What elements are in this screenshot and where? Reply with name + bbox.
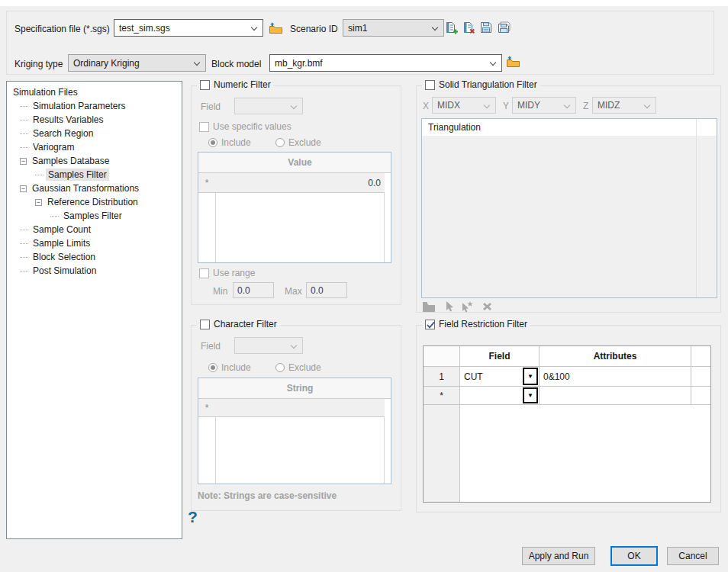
z-label: Z [583,101,588,111]
scenario-id-combo[interactable]: sim1 [343,19,444,37]
tree-item-samples-filter[interactable]: Samples Filter [7,168,182,182]
scenario-delete-button[interactable] [461,21,476,34]
kriging-type-value: Ordinary Kriging [73,58,140,69]
filler-cell [460,405,540,502]
use-range-checkbox [199,268,209,278]
tree-item-sample-count[interactable]: Sample Count [7,223,182,236]
character-filter-title: Character Filter [214,319,277,329]
character-include-radio-row: Include [208,362,251,373]
table-row: * 0.0 [198,173,385,193]
collapse-icon[interactable] [20,185,27,192]
table-header-row: String [198,378,391,399]
collapse-icon[interactable] [20,158,27,165]
triangulation-remove-button [479,300,494,313]
tree-connector [20,243,28,244]
tree-connector [35,175,43,175]
scenario-new-button[interactable] [443,21,459,34]
spec-file-combo[interactable]: test_sim.sgs [114,19,263,37]
numeric-include-radio-row: Include [208,137,251,148]
chevron-down-icon [291,342,297,349]
collapse-icon[interactable] [35,199,42,206]
tree-item-simulation-parameters[interactable]: Simulation Parameters [7,99,182,113]
filler-cell [691,405,710,502]
triangulation-browse-button [421,300,436,313]
row-number-header [424,346,460,366]
attributes-cell[interactable] [540,387,691,404]
min-label: Min [213,286,227,297]
cancel-button[interactable]: Cancel [667,547,719,565]
field-cell[interactable]: CUT ▼ [460,367,540,386]
filler-cell [691,387,710,404]
string-column-header: String [215,383,385,394]
scenario-save-as-button[interactable] [496,21,511,34]
list-column-divider [696,119,697,297]
chevron-down-icon [291,103,297,109]
save-as-icon [498,21,511,34]
tree-item-sample-limits[interactable]: Sample Limits [7,236,182,250]
tree-connector [20,257,28,258]
filler-cell [691,367,710,386]
ok-button[interactable]: OK [610,546,658,566]
help-button[interactable]: ? [188,508,198,526]
chevron-down-icon [251,24,257,31]
tree-item-simulation-files[interactable]: Simulation Files [7,85,182,99]
block-model-browse-button[interactable] [505,55,520,69]
chevron-down-icon [484,102,490,108]
header-group: Specification file (*.sgs) test_sim.sgs … [6,11,714,75]
tree-item-gaussian-transformations[interactable]: Gaussian Transformations [7,182,182,195]
tree-item-results-variables[interactable]: Results Variables [7,113,182,127]
field-cell[interactable]: ▼ [460,387,540,404]
field-dropdown-button[interactable]: ▼ [523,387,538,403]
attributes-cell[interactable]: 0&100 [540,367,691,386]
delete-scenario-icon [462,21,475,34]
y-field-combo: MIDY [512,97,576,114]
character-filter-checkbox[interactable] [200,320,210,329]
open-folder-icon [269,22,283,34]
numeric-filter-checkbox[interactable] [200,80,210,90]
kriging-type-label: Kriging type [14,59,63,69]
character-field-combo [234,337,303,354]
table-row: * [198,399,385,417]
apply-and-run-button[interactable]: Apply and Run [522,547,595,565]
include-label: Include [221,362,251,373]
solid-triangulation-filter-group: Solid Triangulation Filter X MIDX Y MIDY… [416,85,721,313]
scenario-save-button[interactable] [478,21,494,34]
open-folder-icon [422,301,436,313]
multi-select-cursor-icon [460,300,474,313]
tree-item-reference-distribution[interactable]: Reference Distribution [7,195,182,209]
filler-header [691,346,710,366]
use-range-row: Use range [199,268,255,278]
tree-connector [20,133,28,134]
tree-item-block-selection[interactable]: Block Selection [7,250,182,264]
chevron-down-icon [564,102,570,108]
tree-item-post-simulation[interactable]: Post Simulation [7,264,182,278]
field-dropdown-button[interactable]: ▼ [523,368,538,385]
field-restriction-table: Field Attributes 1 CUT ▼ 0&100 * [423,345,711,503]
spec-file-label: Specification file (*.sgs) [14,24,110,34]
tree-item-samples-filter-2[interactable]: Samples Filter [7,209,182,223]
exclude-radio [275,363,285,372]
remove-x-icon [482,302,492,311]
character-exclude-radio-row: Exclude [275,362,321,373]
include-radio [208,363,217,372]
kriging-type-combo[interactable]: Ordinary Kriging [68,54,206,72]
field-restriction-filter-checkbox[interactable] [425,320,435,329]
spec-file-browse-button[interactable] [268,21,283,35]
filler-cell [424,405,460,502]
max-label: Max [285,286,302,297]
tree-item-search-region[interactable]: Search Region [7,127,182,140]
use-range-label: Use range [213,268,255,278]
numeric-field-combo [234,98,303,114]
block-model-combo[interactable]: mb_kgr.bmf [269,54,502,72]
row-marker: * [198,173,215,192]
open-folder-icon [506,56,520,68]
filler-cell [540,405,691,502]
exclude-radio [275,138,285,147]
field-label: Field [201,341,221,352]
tree-item-samples-database[interactable]: Samples Database [7,154,182,168]
table-row: 1 CUT ▼ 0&100 [424,367,710,387]
select-cursor-icon [443,300,455,313]
tree-item-variogram[interactable]: Variogram [7,140,182,154]
table-header-row: Field Attributes [424,346,710,367]
solid-triangulation-filter-checkbox[interactable] [425,80,435,90]
